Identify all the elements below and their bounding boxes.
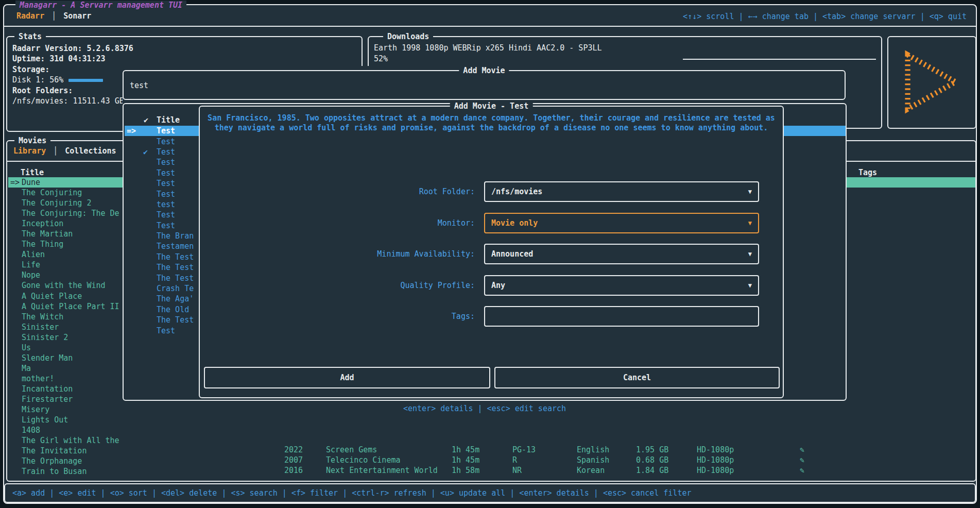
add-movie-modal: Add Movie - Test San Francisco, 1985. Tw… bbox=[199, 106, 784, 398]
edit-pencil-icon: ✎ bbox=[800, 466, 825, 475]
movie-title: Slender Man bbox=[22, 353, 128, 363]
movie-title: Nope bbox=[22, 270, 128, 280]
download-percent-label: 52% bbox=[374, 54, 388, 64]
movie-year: 2007 bbox=[284, 455, 326, 465]
movie-list-item[interactable]: A Quiet Place Part II bbox=[8, 301, 128, 312]
movie-studio: Next Entertainment World bbox=[326, 466, 452, 475]
movie-list-item[interactable]: Alien bbox=[8, 249, 128, 260]
add-movie-modal-title: Add Movie - Test bbox=[450, 101, 533, 111]
managarr-play-logo-icon bbox=[901, 48, 964, 116]
edit-pencil-icon: ✎ bbox=[800, 455, 825, 465]
movie-list-item[interactable]: Firestarter bbox=[8, 394, 128, 404]
movie-list-item[interactable]: A Quiet Place bbox=[8, 291, 128, 301]
movie-list-item[interactable]: Sinister bbox=[8, 322, 128, 332]
movie-title: The Conjuring: The De bbox=[22, 209, 128, 218]
form-field-dropdown[interactable]: Any ▼ bbox=[484, 275, 759, 296]
movie-year: 2016 bbox=[284, 466, 326, 475]
chevron-down-icon: ▼ bbox=[748, 282, 752, 289]
movie-list-item[interactable]: Lights Out bbox=[8, 415, 128, 425]
movie-size: 0.68 GB bbox=[636, 455, 697, 465]
servarr-tab[interactable]: Sonarr bbox=[61, 11, 93, 21]
download-progress-bar bbox=[393, 57, 876, 61]
movie-detail-rows: 2022 Screen Gems 1h 45m PG-13 English 1.… bbox=[284, 445, 851, 476]
movie-list-item[interactable]: 1408 bbox=[8, 425, 128, 435]
uptime: Uptime: 31d 04:31:23 bbox=[12, 54, 356, 64]
form-field-dropdown[interactable] bbox=[484, 306, 759, 327]
movie-title: Firestarter bbox=[22, 395, 128, 404]
add-movie-form: Root Folder: /nfs/movies ▼ Monitor: Movi… bbox=[200, 181, 783, 337]
movie-list-item[interactable]: The Thing bbox=[8, 239, 128, 249]
movie-detail-row[interactable]: 2022 Screen Gems 1h 45m PG-13 English 1.… bbox=[284, 445, 851, 455]
form-field-dropdown[interactable]: Announced ▼ bbox=[484, 244, 759, 264]
movie-studio: Screen Gems bbox=[326, 445, 452, 454]
download-progress-row: 52% bbox=[374, 54, 876, 64]
movie-list-item[interactable]: Inception bbox=[8, 218, 128, 229]
form-field-value: Any bbox=[491, 281, 748, 290]
movie-title: Us bbox=[22, 343, 128, 352]
movie-list-item[interactable]: The Conjuring: The De bbox=[8, 208, 128, 218]
movie-title: 1408 bbox=[22, 426, 128, 435]
selection-arrow: => bbox=[10, 178, 22, 187]
movie-title: The Martian bbox=[22, 229, 128, 239]
movie-list-item[interactable]: Gone with the Wind bbox=[8, 280, 128, 291]
movie-year: 2022 bbox=[284, 445, 326, 454]
movie-runtime: 1h 45m bbox=[452, 445, 512, 454]
form-field-dropdown[interactable]: Movie only ▼ bbox=[484, 213, 759, 233]
form-field-dropdown[interactable]: /nfs/movies ▼ bbox=[484, 181, 759, 202]
servarr-tab[interactable]: Radarr bbox=[14, 11, 61, 21]
movie-title: Life bbox=[22, 260, 128, 269]
results-checkmark-column-header: ✔ bbox=[144, 115, 148, 125]
movie-list-item[interactable]: Us bbox=[8, 343, 128, 353]
footer-keybind-bar: <a> add | <e> edit | <o> sort | <del> de… bbox=[4, 483, 976, 503]
movie-library-list: => Dune The Conjuring The Conjuring 2 Th… bbox=[8, 177, 128, 477]
movie-title: Dune bbox=[22, 178, 128, 187]
movie-list-item[interactable]: Sinister 2 bbox=[8, 332, 128, 343]
movie-title: A Quiet Place bbox=[22, 292, 128, 301]
movie-list-item[interactable]: The Girl with All the bbox=[8, 435, 128, 446]
footer-keybind-hints: <a> add | <e> edit | <o> sort | <del> de… bbox=[5, 484, 975, 502]
header-keybind-hints: <↑↓> scroll | ←→ change tab | <tab> chan… bbox=[683, 12, 967, 21]
movie-list-item[interactable]: mother! bbox=[8, 374, 128, 384]
form-field-value: Announced bbox=[491, 249, 748, 259]
movie-list-item[interactable]: The Witch bbox=[8, 312, 128, 322]
movie-list-item[interactable]: Incantation bbox=[8, 384, 128, 394]
add-movie-search-box[interactable]: Add Movie test bbox=[123, 70, 846, 100]
movie-title: Lights Out bbox=[22, 415, 128, 425]
form-field-value: Movie only bbox=[491, 218, 748, 228]
movie-list-item[interactable]: => Dune bbox=[8, 177, 128, 188]
movie-title: The Conjuring bbox=[22, 188, 128, 197]
movie-title: Inception bbox=[22, 219, 128, 228]
movie-list-item[interactable]: The Martian bbox=[8, 229, 128, 239]
form-field-row: Minimum Availability: Announced ▼ bbox=[200, 244, 783, 264]
tags-column-header: Tags bbox=[858, 168, 877, 177]
movie-list-item[interactable]: The Orphanage bbox=[8, 456, 128, 466]
radarr-version: Radarr Version: 5.2.6.8376 bbox=[12, 43, 356, 54]
movie-language: Korean bbox=[577, 466, 636, 475]
add-button[interactable]: Add bbox=[204, 367, 490, 388]
movie-list-item[interactable]: Train to Busan bbox=[8, 466, 128, 477]
movie-list-item[interactable]: Nope bbox=[8, 270, 128, 280]
movie-runtime: 1h 45m bbox=[452, 455, 512, 465]
movie-list-item[interactable]: The Conjuring bbox=[8, 188, 128, 198]
movie-list-item[interactable]: The Conjuring 2 bbox=[8, 198, 128, 208]
movie-detail-row[interactable]: 2016 Next Entertainment World 1h 58m NR … bbox=[284, 465, 851, 476]
movie-list-item[interactable]: Slender Man bbox=[8, 353, 128, 363]
movie-list-item[interactable]: Life bbox=[8, 260, 128, 270]
movie-detail-row[interactable]: 2007 Telecinco Cinema 1h 45m R Spanish 0… bbox=[284, 455, 851, 465]
movie-list-item[interactable]: Ma bbox=[8, 363, 128, 374]
disk-usage-bar bbox=[68, 79, 103, 82]
movie-title: The Orphanage bbox=[22, 456, 128, 466]
movie-list-item[interactable]: Misery bbox=[8, 404, 128, 415]
form-field-label: Monitor: bbox=[200, 218, 480, 228]
movies-tab[interactable]: Library bbox=[11, 146, 63, 156]
movie-list-item[interactable]: The Invitation bbox=[8, 446, 128, 456]
movie-overview-text: San Francisco, 1985. Two opposites attra… bbox=[206, 113, 777, 133]
movie-title: The Conjuring 2 bbox=[22, 198, 128, 208]
added-checkmark-icon: ✔ bbox=[143, 147, 157, 157]
movie-title: Sinister 2 bbox=[22, 333, 128, 342]
results-title-column-header: Title bbox=[157, 115, 180, 125]
stats-panel-title: Stats bbox=[14, 31, 46, 42]
header-divider bbox=[4, 26, 976, 27]
movies-tab-bar: LibraryCollections bbox=[11, 146, 133, 156]
cancel-button[interactable]: Cancel bbox=[494, 367, 780, 388]
